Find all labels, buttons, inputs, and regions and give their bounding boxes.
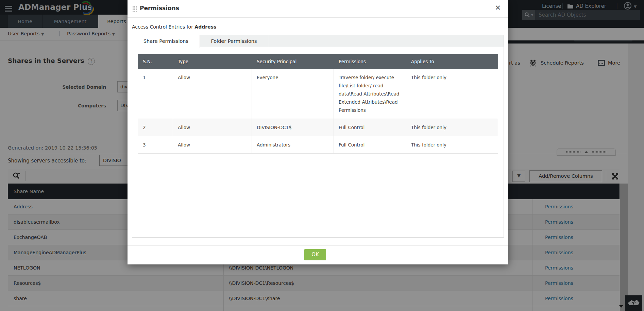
applies-to-cell: This folder only	[406, 69, 498, 119]
modal-title: Permissions	[140, 5, 179, 12]
close-icon[interactable]: ✕	[495, 4, 501, 12]
sn-cell: 3	[138, 136, 173, 154]
subtitle-prefix: Access Control Entries for	[132, 24, 194, 30]
sn-cell: 2	[138, 119, 173, 136]
ok-button[interactable]: OK	[304, 249, 326, 260]
sn-column-header: S.N.	[138, 54, 173, 69]
modal-header: Permissions ✕	[128, 0, 508, 18]
permissions-cell: Full Control	[334, 119, 406, 136]
modal-tab-strip: Share Permissions Folder Permissions	[132, 35, 504, 47]
principal-cell: Administrators	[252, 136, 334, 154]
permissions-column-header: Permissions	[334, 54, 406, 69]
ace-row: 1 Allow Everyone Traverse folder/ execut…	[138, 69, 498, 119]
tab-share-permissions[interactable]: Share Permissions	[132, 35, 200, 48]
type-cell: Allow	[173, 69, 252, 119]
ace-row: 2 Allow DIVISION-DC1$ Full Control This …	[138, 119, 498, 136]
tab-content-panel: S.N. Type Security Principal Permissions…	[132, 47, 504, 238]
tab-folder-permissions[interactable]: Folder Permissions	[200, 35, 268, 47]
applies-to-column-header: Applies To	[406, 54, 498, 69]
ace-row: 3 Allow Administrators Full Control This…	[138, 136, 498, 154]
principal-cell: DIVISION-DC1$	[252, 119, 334, 136]
sn-cell: 1	[138, 69, 173, 119]
ace-table: S.N. Type Security Principal Permissions…	[138, 54, 498, 154]
modal-subtitle: Access Control Entries for Address	[132, 24, 216, 30]
applies-to-cell: This folder only	[406, 136, 498, 154]
type-cell: Allow	[173, 119, 252, 136]
ace-header-row: S.N. Type Security Principal Permissions…	[138, 54, 498, 69]
subtitle-target: Address	[194, 24, 216, 30]
modal-footer-divider	[128, 245, 508, 246]
type-cell: Allow	[173, 136, 252, 154]
security-principal-column-header: Security Principal	[252, 54, 334, 69]
permissions-cell: Traverse folder/ execute file\List folde…	[334, 69, 406, 119]
drag-handle-icon[interactable]	[132, 5, 137, 12]
app-window: ADManager Plus License | AD Explorer | ▼…	[0, 0, 644, 311]
permissions-cell: Full Control	[334, 136, 406, 154]
principal-cell: Everyone	[252, 69, 334, 119]
permissions-modal: Permissions ✕ Access Control Entries for…	[128, 0, 508, 264]
applies-to-cell: This folder only	[406, 119, 498, 136]
type-column-header: Type	[173, 54, 252, 69]
